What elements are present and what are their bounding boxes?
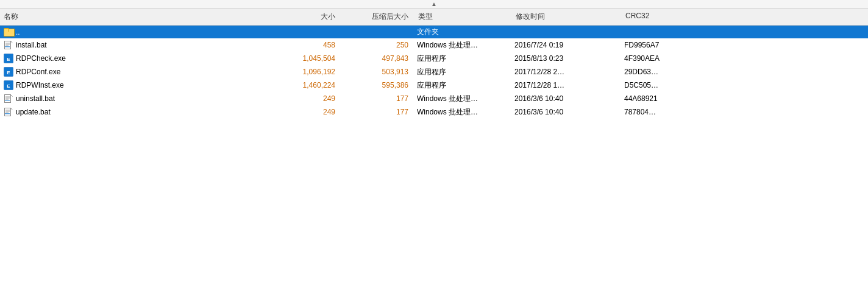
- file-modified: 2016/7/24 0:19: [512, 41, 622, 49]
- file-compressed-size: 595,386: [341, 81, 414, 89]
- file-compressed-size: 503,913: [341, 68, 414, 76]
- file-size: 458: [268, 41, 341, 49]
- file-type: Windows 批处理…: [414, 107, 512, 117]
- file-name: E RDPCheck.exe: [0, 53, 268, 64]
- svg-text:E: E: [7, 70, 10, 75]
- file-crc: 44A68921: [622, 94, 695, 103]
- file-modified: 2017/12/28 1…: [512, 81, 622, 89]
- svg-rect-11: [5, 94, 11, 102]
- sort-indicator: ▲: [0, 0, 868, 9]
- file-size: 1,045,504: [268, 54, 341, 63]
- svg-rect-0: [5, 41, 11, 49]
- table-row[interactable]: install.bat458250Windows 批处理…2016/7/24 0…: [0, 38, 868, 52]
- file-size: 1,096,192: [268, 68, 341, 76]
- file-crc: 787804…: [622, 108, 695, 116]
- header-modified[interactable]: 修改时间: [512, 10, 622, 23]
- file-name: update.bat: [0, 107, 268, 117]
- header-compressed[interactable]: 压缩后大小: [341, 10, 414, 23]
- folder-icon: [4, 28, 13, 37]
- file-type: Windows 批处理…: [414, 94, 512, 104]
- exe-icon: E: [4, 80, 13, 90]
- file-name: uninstall.bat: [0, 93, 268, 104]
- file-type: 应用程序: [414, 67, 512, 77]
- file-compressed-size: 177: [341, 108, 414, 116]
- file-size: 249: [268, 108, 341, 116]
- file-compressed-size: 177: [341, 94, 414, 103]
- header-name[interactable]: 名称: [0, 10, 268, 23]
- file-manager: ▲ 名称 大小 压缩后大小 类型 修改时间 CRC32 ..文件夹 instal…: [0, 0, 868, 308]
- svg-text:E: E: [7, 83, 10, 89]
- file-name: E RDPWInst.exe: [0, 80, 268, 91]
- header-crc[interactable]: CRC32: [622, 10, 695, 23]
- svg-rect-16: [5, 108, 11, 116]
- bat-icon: [4, 40, 13, 50]
- bat-icon: [4, 107, 13, 117]
- file-name: E RDPConf.exe: [0, 66, 268, 77]
- table-row[interactable]: E RDPConf.exe1,096,192503,913应用程序2017/12…: [0, 65, 868, 79]
- header-size[interactable]: 大小: [268, 10, 341, 23]
- table-row[interactable]: update.bat249177Windows 批处理…2016/3/6 10:…: [0, 105, 868, 119]
- file-crc: D5C505…: [622, 81, 695, 89]
- file-type: Windows 批处理…: [414, 40, 512, 51]
- file-size: 1,460,224: [268, 81, 341, 89]
- file-modified: 2016/3/6 10:40: [512, 94, 622, 103]
- file-crc: FD9956A7: [622, 41, 695, 49]
- file-compressed-size: 497,843: [341, 54, 414, 63]
- table-row[interactable]: ..文件夹: [0, 26, 868, 38]
- file-modified: 2016/3/6 10:40: [512, 108, 622, 116]
- file-name: install.bat: [0, 40, 268, 51]
- table-row[interactable]: E RDPCheck.exe1,045,504497,843应用程序2015/8…: [0, 52, 868, 65]
- bat-icon: [4, 94, 13, 103]
- file-type: 文件夹: [414, 27, 512, 37]
- table-row[interactable]: E RDPWInst.exe1,460,224595,386应用程序2017/1…: [0, 79, 868, 92]
- file-name: ..: [0, 27, 268, 37]
- file-crc: 4F390AEA: [622, 54, 695, 63]
- svg-text:E: E: [7, 57, 10, 62]
- file-modified: 2015/8/13 0:23: [512, 54, 622, 63]
- header-type[interactable]: 类型: [414, 10, 512, 23]
- svg-rect-20: [5, 113, 10, 114]
- exe-icon: E: [4, 54, 13, 63]
- table-row[interactable]: uninstall.bat249177Windows 批处理…2016/3/6 …: [0, 92, 868, 105]
- file-crc: 29DD63…: [622, 68, 695, 76]
- svg-rect-4: [5, 46, 10, 47]
- svg-rect-15: [5, 100, 10, 101]
- file-type: 应用程序: [414, 80, 512, 91]
- exe-icon: E: [4, 67, 13, 77]
- file-modified: 2017/12/28 2…: [512, 68, 622, 76]
- file-compressed-size: 250: [341, 41, 414, 49]
- file-size: 249: [268, 94, 341, 103]
- file-list[interactable]: ..文件夹 install.bat458250Windows 批处理…2016/…: [0, 26, 868, 308]
- sort-arrow: ▲: [431, 1, 437, 7]
- file-type: 应用程序: [414, 54, 512, 64]
- table-header: 名称 大小 压缩后大小 类型 修改时间 CRC32: [0, 9, 868, 26]
